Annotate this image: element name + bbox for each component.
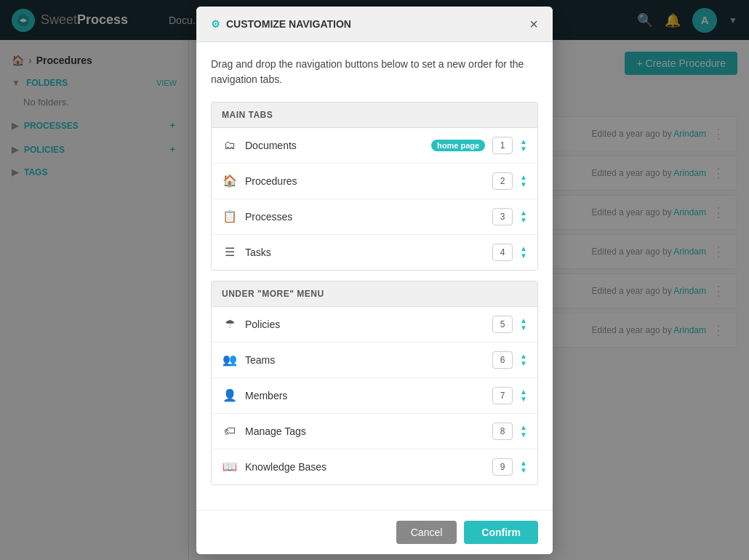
sort-arrows[interactable]: ▲▼ [520,138,527,153]
customize-navigation-modal: ⚙ CUSTOMIZE NAVIGATION × Drag and drop t… [196,7,553,554]
sort-arrows[interactable]: ▲▼ [520,353,527,367]
nav-item-icon: 🏠 [222,174,238,188]
modal-close-button[interactable]: × [529,17,538,31]
nav-item-label: Procedures [245,175,485,187]
nav-item-label: Knowledge Bases [245,461,485,473]
nav-item-row[interactable]: 🗂 Documents home page 1 ▲▼ [212,128,537,164]
nav-item-label: Teams [245,354,485,366]
home-page-badge: home page [431,140,485,151]
nav-item-row[interactable]: 🏷 Manage Tags 8 ▲▼ [212,414,537,449]
order-badge: 9 [492,458,513,476]
nav-item-icon: 🏷 [222,425,238,438]
nav-item-label: Tasks [245,247,485,258]
nav-item-label: Documents [245,140,424,151]
modal-title-area: ⚙ CUSTOMIZE NAVIGATION [211,18,351,30]
nav-item-label: Members [245,390,485,401]
order-badge: 8 [492,423,513,440]
nav-item-icon: ☂ [222,317,238,331]
sort-arrows[interactable]: ▲▼ [520,460,527,474]
nav-item-row[interactable]: 👥 Teams 6 ▲▼ [212,343,537,378]
nav-item-icon: 🗂 [222,139,238,152]
customize-icon: ⚙ [211,18,220,30]
order-badge: 4 [492,244,513,261]
modal-overlay: ⚙ CUSTOMIZE NAVIGATION × Drag and drop t… [0,0,749,560]
order-badge: 2 [492,172,513,190]
order-badge: 3 [492,208,513,225]
nav-item-label: Processes [245,211,485,223]
nav-item-label: Policies [245,319,485,330]
sort-arrows[interactable]: ▲▼ [520,388,527,403]
sort-arrows[interactable]: ▲▼ [520,209,527,224]
sort-arrows[interactable]: ▲▼ [520,317,527,332]
nav-item-row[interactable]: ☰ Tasks 4 ▲▼ [212,235,537,270]
cancel-button[interactable]: Cancel [396,521,457,544]
order-badge: 6 [492,351,513,369]
modal-title: CUSTOMIZE NAVIGATION [226,18,351,30]
sort-arrows[interactable]: ▲▼ [520,424,527,439]
nav-item-icon: 📖 [222,460,238,473]
confirm-button[interactable]: Confirm [464,521,538,544]
order-badge: 5 [492,316,513,333]
sort-arrows[interactable]: ▲▼ [520,245,527,260]
modal-footer: Cancel Confirm [196,510,553,554]
nav-item-icon: 👤 [222,388,238,402]
sort-arrows[interactable]: ▲▼ [520,174,527,188]
nav-item-row[interactable]: 👤 Members 7 ▲▼ [212,378,537,414]
nav-item-row[interactable]: 📖 Knowledge Bases 9 ▲▼ [212,449,537,484]
modal-header: ⚙ CUSTOMIZE NAVIGATION × [196,7,553,42]
nav-item-row[interactable]: 🏠 Procedures 2 ▲▼ [212,164,537,199]
main-tabs-items: 🗂 Documents home page 1 ▲▼ 🏠 Procedures … [211,128,538,271]
nav-item-row[interactable]: 📋 Processes 3 ▲▼ [212,199,537,235]
more-menu-items: ☂ Policies 5 ▲▼ 👥 Teams 6 ▲▼ 👤 Members 7… [211,307,538,485]
nav-item-label: Manage Tags [245,425,485,437]
nav-item-row[interactable]: ☂ Policies 5 ▲▼ [212,307,537,343]
modal-description: Drag and drop the navigation buttons bel… [211,57,538,87]
order-badge: 7 [492,387,513,404]
main-tabs-section-header: MAIN TABS [211,102,538,128]
modal-body: Drag and drop the navigation buttons bel… [196,42,553,510]
more-menu-section-header: UNDER "MORE" MENU [211,281,538,307]
nav-item-icon: 📋 [222,209,238,223]
nav-item-icon: 👥 [222,353,238,367]
nav-item-icon: ☰ [222,245,238,259]
order-badge: 1 [492,137,513,154]
